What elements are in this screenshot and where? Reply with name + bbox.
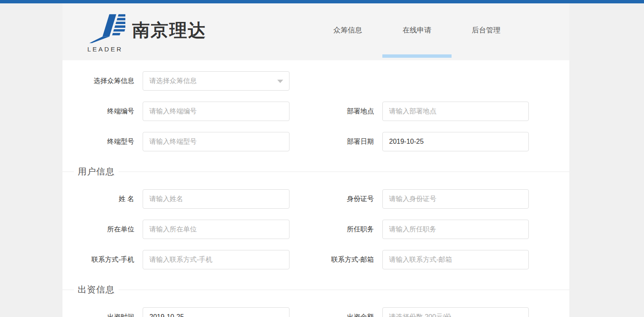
- divider-line: [119, 172, 569, 172]
- main-nav: 众筹信息 在线申请 后台管理: [313, 3, 521, 60]
- id-number-input[interactable]: [382, 189, 529, 209]
- input-control: [143, 132, 290, 151]
- field-contact-phone: 联系方式-手机: [62, 250, 290, 269]
- deployment-location-input[interactable]: [382, 102, 529, 121]
- name-input[interactable]: [143, 189, 290, 209]
- field-name: 姓 名: [62, 189, 290, 209]
- leader-logo-mark: LEADER: [87, 13, 125, 53]
- field-label: 出资时间: [62, 307, 143, 317]
- logo-subtitle: LEADER: [87, 46, 123, 53]
- form-row: 出资时间 出资金额: [62, 307, 569, 317]
- divider-line: [62, 172, 74, 172]
- logo-d-icon: [87, 13, 125, 45]
- field-work-unit: 所在单位: [62, 220, 290, 239]
- select-control: [143, 71, 290, 91]
- field-label: 终端编号: [62, 102, 143, 121]
- field-label: 终端型号: [62, 132, 143, 151]
- field-position: 所任职务: [290, 220, 529, 239]
- field-label: 姓 名: [62, 189, 143, 209]
- input-control: [382, 250, 529, 269]
- select-control: [382, 307, 529, 317]
- site-header: LEADER 南京理达 众筹信息 在线申请 后台管理: [62, 3, 569, 60]
- brand-logo[interactable]: LEADER 南京理达: [87, 3, 206, 60]
- field-crowdfunding-select: 选择众筹信息: [62, 71, 290, 91]
- center-column: LEADER 南京理达 众筹信息 在线申请 后台管理: [62, 3, 569, 317]
- contact-phone-input[interactable]: [143, 250, 290, 269]
- field-label: 部署日期: [290, 132, 382, 151]
- date-control: [143, 307, 290, 317]
- field-terminal-model: 终端型号: [62, 132, 290, 151]
- field-label: 选择众筹信息: [62, 71, 143, 91]
- section-divider-investment-info: 出资信息: [62, 284, 569, 296]
- field-label: 联系方式-手机: [62, 250, 143, 269]
- field-deployment-location: 部署地点: [290, 102, 529, 121]
- position-input[interactable]: [382, 220, 529, 239]
- divider-line: [62, 290, 74, 290]
- terminal-number-input[interactable]: [143, 102, 290, 121]
- section-divider-user-info: 用户信息: [62, 166, 569, 177]
- investment-date-input[interactable]: [143, 307, 290, 317]
- nav-item-crowdfunding-info[interactable]: 众筹信息: [313, 3, 382, 60]
- nav-label: 后台管理: [472, 26, 501, 34]
- work-unit-input[interactable]: [143, 220, 290, 239]
- nav-label: 众筹信息: [333, 26, 362, 34]
- section-title: 用户信息: [78, 166, 115, 177]
- form-row: 联系方式-手机 联系方式-邮箱: [62, 250, 569, 269]
- top-accent-bar: [0, 0, 644, 3]
- form-row: 姓 名 身份证号: [62, 189, 569, 209]
- input-control: [143, 189, 290, 209]
- form-row: 终端型号 部署日期: [62, 132, 569, 151]
- field-label: 出资金额: [290, 307, 382, 317]
- form-row: 选择众筹信息: [62, 71, 569, 91]
- field-label: 联系方式-邮箱: [290, 250, 382, 269]
- field-label: 所任职务: [290, 220, 382, 239]
- field-label: 部署地点: [290, 102, 382, 121]
- field-deployment-date: 部署日期: [290, 132, 529, 151]
- brand-name: 南京理达: [132, 19, 206, 42]
- divider-line: [119, 290, 569, 290]
- page: LEADER 南京理达 众筹信息 在线申请 后台管理: [0, 0, 644, 317]
- chevron-down-icon: [277, 80, 283, 83]
- section-title: 出资信息: [78, 284, 115, 296]
- contact-email-input[interactable]: [382, 250, 529, 269]
- deployment-date-input[interactable]: [382, 132, 529, 151]
- nav-item-backend-management[interactable]: 后台管理: [452, 3, 521, 60]
- input-control: [382, 189, 529, 209]
- field-label: 身份证号: [290, 189, 382, 209]
- date-control: [382, 132, 529, 151]
- form-row: 终端编号 部署地点: [62, 102, 569, 121]
- field-id-number: 身份证号: [290, 189, 529, 209]
- application-form-card: 选择众筹信息 终端编号 部署地点: [62, 60, 569, 317]
- field-investment-date: 出资时间: [62, 307, 290, 317]
- crowdfunding-select[interactable]: [143, 71, 290, 91]
- field-label: 所在单位: [62, 220, 143, 239]
- nav-label: 在线申请: [403, 26, 431, 34]
- field-terminal-number: 终端编号: [62, 102, 290, 121]
- terminal-model-input[interactable]: [143, 132, 290, 151]
- input-control: [382, 102, 529, 121]
- nav-item-online-application[interactable]: 在线申请: [382, 3, 452, 60]
- input-control: [143, 220, 290, 239]
- input-control: [382, 220, 529, 239]
- input-control: [143, 250, 290, 269]
- active-tab-underline: [382, 54, 452, 58]
- field-investment-amount: 出资金额: [290, 307, 529, 317]
- field-contact-email: 联系方式-邮箱: [290, 250, 529, 269]
- form-row: 所在单位 所任职务: [62, 220, 569, 239]
- input-control: [143, 102, 290, 121]
- investment-amount-select[interactable]: [382, 307, 529, 317]
